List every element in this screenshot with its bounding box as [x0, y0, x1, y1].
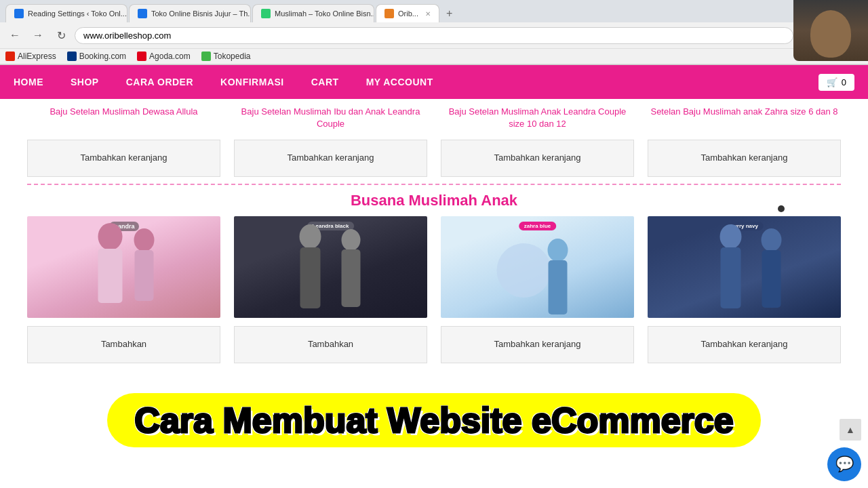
tab-close-4[interactable]: ✕	[425, 10, 431, 18]
svg-point-2	[134, 228, 155, 251]
product-title-3: Setelan Baju Muslimah anak Zahra size 6 …	[650, 106, 837, 133]
svg-rect-5	[300, 247, 321, 308]
bottom-product-images-row: leandra Leandra black	[0, 216, 868, 322]
tab-2[interactable]: Toko Online Bisnis Jujur – Th... ✕	[129, 4, 251, 22]
svg-rect-10	[549, 260, 568, 314]
tab-label-3: Muslimah – Toko Online Bisn...	[275, 9, 374, 18]
bookmark-bar: AliExpress Booking.com Agoda.com Tokoped…	[0, 49, 868, 64]
watermark-overlay: Cara Membuat Website eCommerce	[0, 393, 868, 447]
top-product-grid: Baju Setelan Muslimah Dewasa Allula Tamb…	[27, 106, 841, 177]
reload-button[interactable]: ↻	[52, 26, 71, 45]
tab-icon-4	[384, 9, 394, 18]
tab-bar: Reading Settings ‹ Toko Onl... ✕ Toko On…	[0, 0, 868, 22]
add-to-cart-btn-0[interactable]: Tambahkan keranjang	[27, 140, 220, 177]
svg-rect-3	[135, 250, 154, 301]
booking-label: Booking.com	[79, 52, 126, 61]
cart-button[interactable]: 🛒 0	[818, 74, 854, 91]
nav-cart[interactable]: CART	[311, 73, 339, 91]
svg-point-13	[762, 228, 782, 251]
address-bar: ← → ↻ ☆ ⬇ ⋮	[0, 22, 868, 49]
tab-label-1: Reading Settings ‹ Toko Onl...	[28, 9, 127, 18]
section-divider	[27, 184, 841, 185]
product-card-2: Baju Setelan Muslimah Anak Leandra Coupl…	[441, 106, 634, 177]
aliexpress-label: AliExpress	[18, 52, 56, 61]
watermark-text: Cara Membuat Website eCommerce	[107, 393, 760, 447]
face-silhouette	[810, 10, 851, 58]
product-image-2: zahra blue	[441, 216, 634, 318]
svg-point-4	[300, 224, 321, 249]
svg-rect-7	[342, 249, 361, 307]
forward-button[interactable]: →	[28, 26, 47, 45]
cart-count: 0	[842, 77, 846, 87]
product-title-1: Baju Setelan Muslimah Ibu dan Anak Leand…	[234, 106, 427, 133]
nav-my-account[interactable]: MY ACCOUNT	[366, 73, 433, 91]
svg-point-0	[98, 223, 123, 250]
cart-icon: 🛒	[827, 77, 837, 87]
svg-point-9	[548, 239, 568, 262]
navigation-bar: HOME SHOP CARA ORDER KONFIRMASI CART MY …	[0, 65, 868, 99]
bookmark-booking[interactable]: Booking.com	[67, 52, 126, 61]
section-heading: Busana Muslimah Anak	[0, 192, 868, 209]
chat-bubble[interactable]: 💬	[827, 447, 861, 481]
bottom-add-to-cart-btn-1[interactable]: Tambahkan	[234, 326, 427, 363]
webcam-overlay	[793, 0, 868, 61]
tab-icon-3	[261, 9, 271, 18]
nav-cara-order[interactable]: CARA ORDER	[126, 73, 193, 91]
bookmark-aliexpress[interactable]: AliExpress	[5, 52, 56, 61]
product-image-3: hurry navy	[648, 216, 841, 318]
nav-konfirmasi[interactable]: KONFIRMASI	[220, 73, 284, 91]
address-input[interactable]	[75, 27, 793, 44]
new-tab-button[interactable]: +	[441, 5, 458, 22]
webcam-face	[793, 0, 868, 61]
bottom-cart-row: Tambahkan Tambahkan Tambahkan keranjang …	[0, 326, 868, 363]
nav-shop[interactable]: SHOP	[71, 73, 99, 91]
agoda-label: Agoda.com	[149, 52, 191, 61]
bottom-product-card-0: leandra	[27, 216, 220, 322]
product-image-0: leandra	[27, 216, 220, 318]
bottom-product-card-3: hurry navy	[648, 216, 841, 322]
bookmark-agoda[interactable]: Agoda.com	[137, 52, 191, 61]
top-products-section: Baju Setelan Muslimah Dewasa Allula Tamb…	[0, 99, 868, 177]
scroll-up-button[interactable]: ▲	[840, 419, 861, 441]
bottom-add-to-cart-btn-3[interactable]: Tambahkan keranjang	[648, 326, 841, 363]
svg-point-8	[497, 243, 551, 298]
tab-label-2: Toko Online Bisnis Jujur – Th...	[151, 9, 251, 18]
tab-4[interactable]: Orib... ✕	[376, 4, 439, 22]
add-to-cart-btn-2[interactable]: Tambahkan keranjang	[441, 140, 634, 177]
svg-point-11	[720, 224, 742, 249]
svg-rect-1	[98, 249, 123, 303]
product-card-3: Setelan Baju Muslimah anak Zahra size 6 …	[648, 106, 841, 177]
nav-home[interactable]: HOME	[14, 73, 43, 91]
agoda-icon	[137, 52, 146, 61]
browser-chrome: Reading Settings ‹ Toko Onl... ✕ Toko On…	[0, 0, 868, 65]
tokopedia-label: Tokopedia	[214, 52, 251, 61]
add-to-cart-btn-3[interactable]: Tambahkan keranjang	[648, 140, 841, 177]
tab-3[interactable]: Muslimah – Toko Online Bisn... ✕	[252, 4, 374, 22]
bottom-add-to-cart-btn-0[interactable]: Tambahkan	[27, 326, 220, 363]
product-card-0: Baju Setelan Muslimah Dewasa Allula Tamb…	[27, 106, 220, 177]
bottom-product-card-1: Leandra black	[234, 216, 427, 322]
product-title-0: Baju Setelan Muslimah Dewasa Allula	[50, 106, 197, 133]
aliexpress-icon	[5, 52, 15, 61]
bottom-add-to-cart-btn-2[interactable]: Tambahkan keranjang	[441, 326, 634, 363]
website-content: HOME SHOP CARA ORDER KONFIRMASI CART MY …	[0, 65, 868, 363]
svg-rect-12	[721, 247, 741, 308]
booking-icon	[67, 52, 77, 61]
tab-icon-2	[138, 9, 147, 18]
svg-point-6	[342, 229, 361, 251]
tab-1[interactable]: Reading Settings ‹ Toko Onl... ✕	[5, 4, 127, 22]
svg-rect-14	[762, 250, 781, 308]
product-image-1: Leandra black	[234, 216, 427, 318]
bottom-product-card-2: zahra blue	[441, 216, 634, 322]
product-title-2: Baju Setelan Muslimah Anak Leandra Coupl…	[441, 106, 634, 133]
back-button[interactable]: ←	[5, 26, 24, 45]
bookmark-tokopedia[interactable]: Tokopedia	[201, 52, 251, 61]
tab-icon-1	[14, 9, 24, 18]
tokopedia-icon	[201, 52, 211, 61]
tab-label-4: Orib...	[398, 9, 418, 18]
add-to-cart-btn-1[interactable]: Tambahkan keranjang	[234, 140, 427, 177]
product-card-1: Baju Setelan Muslimah Ibu dan Anak Leand…	[234, 106, 427, 177]
